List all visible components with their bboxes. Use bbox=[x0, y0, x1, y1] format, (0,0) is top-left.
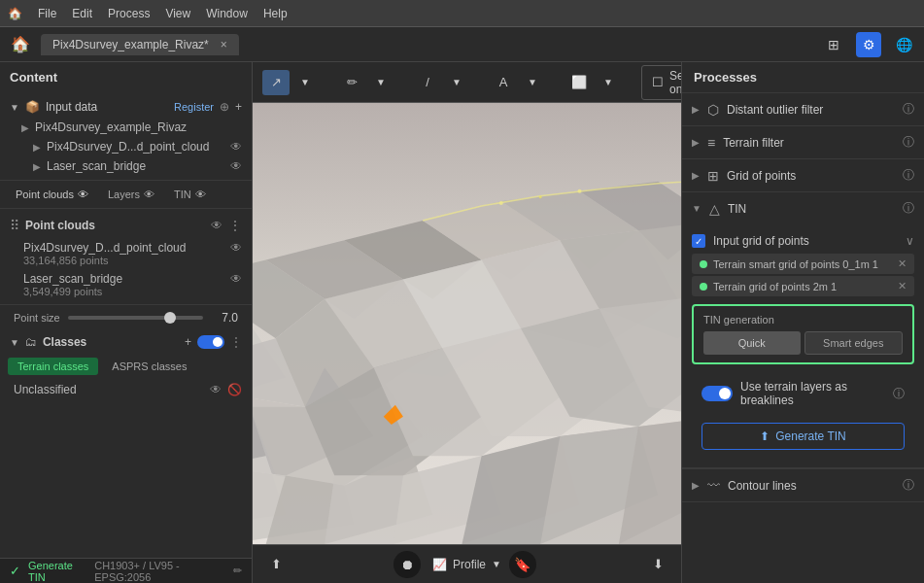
grid-of-points-row[interactable]: ▶ ⊞ Grid of points ⓘ bbox=[682, 159, 924, 191]
quick-button[interactable]: Quick bbox=[703, 331, 801, 355]
classes-more-icon[interactable]: ⋮ bbox=[230, 335, 242, 349]
classes-label: Classes bbox=[43, 335, 179, 349]
tab-layers-eye[interactable]: 👁 bbox=[144, 189, 154, 200]
draw-tool[interactable]: ✏ bbox=[338, 70, 365, 95]
shape-arrow[interactable]: ▼ bbox=[595, 70, 622, 95]
menu-help[interactable]: Help bbox=[263, 7, 288, 20]
terrain-filter-row[interactable]: ▶ ≡ Terrain filter ⓘ bbox=[682, 126, 924, 158]
class-eye-icon[interactable]: 👁 bbox=[210, 383, 222, 396]
terrain-classes-tab[interactable]: Terrain classes bbox=[8, 358, 98, 375]
generate-tin-button[interactable]: ⬆ Generate TIN bbox=[702, 423, 905, 450]
asprs-classes-tab[interactable]: ASPRS classes bbox=[102, 358, 196, 375]
breaklines-info-icon[interactable]: ⓘ bbox=[893, 386, 905, 402]
register-button[interactable]: Register bbox=[174, 101, 214, 113]
menu-home-icon[interactable]: 🏠 bbox=[8, 7, 22, 20]
globe-icon[interactable]: 🌐 bbox=[891, 32, 916, 57]
contour-label: Contour lines bbox=[728, 479, 895, 493]
tin-arrow: ▼ bbox=[692, 203, 702, 214]
record-button[interactable]: ⏺ bbox=[394, 551, 421, 578]
bookmark-button[interactable]: 🔖 bbox=[509, 551, 536, 578]
pc-more-icon[interactable]: ⋮ bbox=[228, 218, 242, 233]
draw-arrow[interactable]: ▼ bbox=[367, 70, 394, 95]
expand-down-icon[interactable]: ⬇ bbox=[644, 552, 671, 577]
eye-icon-2[interactable]: 👁 bbox=[230, 159, 242, 173]
left-view-tabs: Point clouds 👁 Layers 👁 TIN 👁 bbox=[0, 181, 252, 209]
text-arrow[interactable]: ▼ bbox=[519, 70, 546, 95]
select-arrow[interactable]: ▼ bbox=[291, 70, 319, 95]
tree-item-2[interactable]: ▶ Laser_scan_bridge 👁 bbox=[0, 156, 252, 176]
profile-dropdown-btn[interactable]: 📈 Profile ▼ bbox=[432, 558, 501, 571]
distant-outlier-row[interactable]: ▶ ⬡ Distant outlier filter ⓘ bbox=[682, 93, 924, 125]
tab-pc-label: Point clouds bbox=[16, 189, 74, 200]
class-hide-icon[interactable]: 🚫 bbox=[227, 383, 242, 396]
text-tool[interactable]: A bbox=[490, 70, 517, 95]
sliders-icon[interactable]: ⊞ bbox=[821, 32, 846, 57]
distant-outlier-info-icon[interactable]: ⓘ bbox=[903, 101, 914, 118]
line-tool[interactable]: / bbox=[414, 70, 441, 95]
tab-tin[interactable]: TIN 👁 bbox=[166, 187, 214, 202]
grid-of-points-info-icon[interactable]: ⓘ bbox=[903, 167, 914, 184]
close-icon[interactable]: × bbox=[221, 38, 227, 51]
register-icon: ⊕ bbox=[220, 100, 229, 114]
coordinates-text: CH1903+ / LV95 - EPSG:2056 bbox=[94, 560, 225, 583]
smart-edges-button[interactable]: Smart edges bbox=[804, 331, 904, 355]
input-data-icon: 📦 bbox=[25, 100, 40, 114]
contour-icon: 〰 bbox=[707, 478, 720, 493]
pc-eye-0[interactable]: 👁 bbox=[230, 241, 242, 255]
contour-lines-row[interactable]: ▶ 〰 Contour lines ⓘ bbox=[682, 468, 924, 501]
tree-item-1[interactable]: ▶ Pix4Dsurvey_D...d_point_cloud 👁 bbox=[0, 137, 252, 156]
terrain-filter-info-icon[interactable]: ⓘ bbox=[903, 134, 914, 151]
add-button[interactable]: + bbox=[235, 100, 242, 114]
tree-item-0[interactable]: ▶ Pix4Dsurvey_example_Rivaz bbox=[0, 118, 252, 137]
classes-toggle[interactable] bbox=[197, 335, 224, 349]
contour-info-icon[interactable]: ⓘ bbox=[903, 477, 914, 494]
expand-up-icon[interactable]: ⬆ bbox=[262, 552, 290, 577]
menu-edit[interactable]: Edit bbox=[72, 7, 92, 20]
menu-view[interactable]: View bbox=[165, 7, 190, 20]
pc-item-0[interactable]: Pix4Dsurvey_D...d_point_cloud 👁 33,164,8… bbox=[0, 238, 252, 269]
tin-option-close-0[interactable]: ✕ bbox=[898, 257, 907, 270]
tab-point-clouds[interactable]: Point clouds 👁 bbox=[8, 187, 96, 202]
input-grid-checkbox[interactable]: ✓ bbox=[692, 234, 705, 248]
active-tab[interactable]: Pix4Dsurvey_example_Rivaz* × bbox=[41, 34, 239, 55]
menu-window[interactable]: Window bbox=[206, 7, 248, 20]
breaklines-toggle[interactable] bbox=[702, 386, 733, 401]
select-tool[interactable]: ↗ bbox=[262, 70, 290, 95]
input-data-label: Input data bbox=[46, 100, 168, 114]
tab-layers[interactable]: Layers 👁 bbox=[100, 187, 162, 202]
pc-item-1[interactable]: Laser_scan_bridge 👁 3,549,499 points bbox=[0, 269, 252, 300]
tin-row[interactable]: ▼ △ TIN ⓘ bbox=[682, 192, 924, 224]
shape-tool[interactable]: ⬜ bbox=[565, 70, 593, 95]
input-grid-expand-icon[interactable]: ∨ bbox=[906, 234, 914, 248]
tin-option-close-1[interactable]: ✕ bbox=[898, 280, 907, 292]
select-only-button[interactable]: ☐ Select only bbox=[641, 65, 681, 100]
tab-home[interactable]: 🏠 bbox=[8, 32, 33, 57]
right-panel: Processes ▶ ⬡ Distant outlier filter ⓘ ▶… bbox=[681, 62, 924, 583]
generate-tin-status[interactable]: Generate TIN bbox=[28, 560, 86, 583]
tin-info-icon[interactable]: ⓘ bbox=[903, 200, 914, 217]
tin-option-1[interactable]: Terrain grid of points 2m 1 ✕ bbox=[692, 276, 914, 296]
edit-icon[interactable]: ✏ bbox=[233, 565, 242, 577]
left-panel: Content ▼ 📦 Input data Register ⊕ + ▶ Pi… bbox=[0, 62, 253, 583]
menu-file[interactable]: File bbox=[38, 7, 56, 20]
viewport-bottom-bar: ⬆ ⏺ 📈 Profile ▼ 🔖 ⬇ bbox=[253, 544, 681, 583]
eye-icon-1[interactable]: 👁 bbox=[230, 140, 242, 154]
menu-process[interactable]: Process bbox=[108, 7, 150, 20]
tab-pc-eye[interactable]: 👁 bbox=[78, 189, 88, 200]
tab-tin-eye[interactable]: 👁 bbox=[195, 189, 206, 200]
grid-of-points-icon: ⊞ bbox=[707, 168, 719, 184]
pc-eye-icon[interactable]: 👁 bbox=[211, 219, 222, 232]
tin-option-0[interactable]: Terrain smart grid of points 0_1m 1 ✕ bbox=[692, 254, 914, 274]
line-arrow[interactable]: ▼ bbox=[443, 70, 470, 95]
scene-3d[interactable] bbox=[253, 103, 681, 544]
classes-arrow[interactable]: ▼ bbox=[10, 337, 19, 348]
input-data-arrow[interactable]: ▼ bbox=[10, 102, 19, 113]
distant-outlier-arrow: ▶ bbox=[692, 104, 700, 115]
class-item-unclassified[interactable]: Unclassified 👁 🚫 bbox=[0, 379, 252, 400]
pc-eye-1[interactable]: 👁 bbox=[230, 272, 242, 286]
generate-tin-icon: ✓ bbox=[10, 564, 20, 578]
classes-add-icon[interactable]: + bbox=[185, 335, 191, 349]
point-size-slider[interactable] bbox=[68, 316, 203, 320]
tree-arrow-1: ▶ bbox=[33, 142, 41, 153]
gear-icon[interactable]: ⚙ bbox=[856, 32, 881, 57]
